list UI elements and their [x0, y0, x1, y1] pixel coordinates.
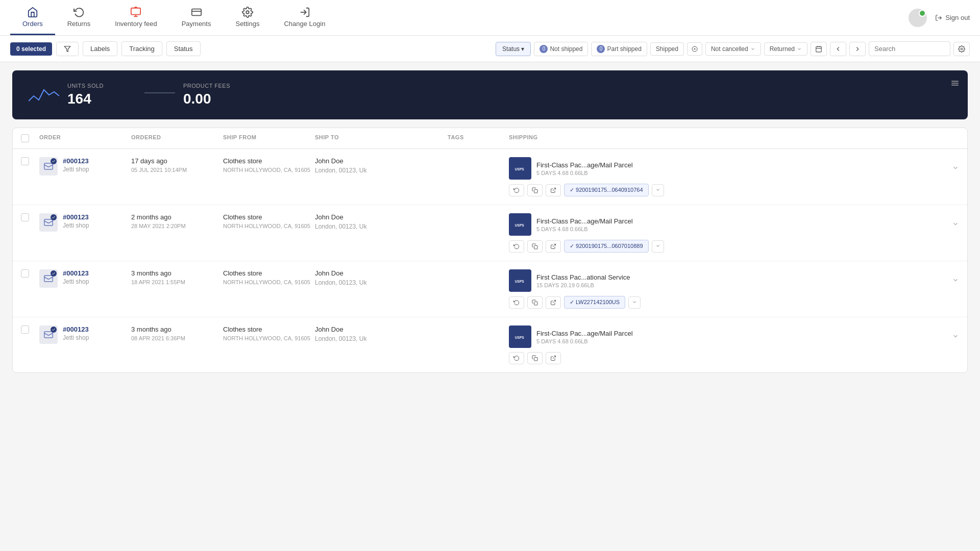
next-page-button[interactable]	[849, 42, 866, 56]
tracking-button[interactable]: Tracking	[121, 41, 162, 56]
order-id-3[interactable]: #000123	[63, 325, 89, 333]
part-shipped-badge: 0	[597, 45, 605, 53]
carrier-logo-1: USPS	[509, 213, 531, 236]
ordered-datetime-2: 18 APR 2021 1:55PM	[131, 279, 223, 285]
product-fees-info: PRODUCT FEES 0.00	[183, 83, 230, 107]
col-ship-from: SHIP FROM	[223, 134, 315, 142]
tracking-actions-1: ✓ 9200190175...0607010889	[509, 240, 959, 253]
order-id-2[interactable]: #000123	[63, 269, 89, 277]
row-checkbox-2[interactable]	[21, 269, 39, 278]
ordered-date-0: 17 days ago	[131, 157, 223, 165]
nav-change-login[interactable]: Change Login	[272, 1, 337, 35]
row-expand-2[interactable]	[952, 277, 959, 285]
carrier-meta-2: 15 DAYS 20.19 0.66LB	[536, 282, 630, 288]
copy-btn-1[interactable]	[527, 240, 543, 253]
col-shipping: SHIPPING	[509, 134, 959, 142]
ship-from-addr-1: NORTH HOLLYWOOD, CA, 91605	[223, 223, 315, 229]
svg-rect-30	[44, 276, 53, 282]
svg-rect-0	[131, 8, 140, 14]
external-link-btn-2[interactable]	[546, 296, 561, 309]
shipping-cell-2: USPS First Class Pac...ational Service 1…	[509, 269, 959, 309]
svg-rect-3	[191, 9, 201, 15]
remove-shipped-filter[interactable]	[687, 42, 702, 56]
svg-point-5	[246, 11, 249, 14]
shipped-filter[interactable]: Shipped	[650, 42, 684, 56]
order-shop-1: Jetti shop	[63, 222, 89, 229]
col-ship-to: SHIP TO	[315, 134, 448, 142]
nav-orders[interactable]: Orders	[10, 1, 55, 35]
row-expand-0[interactable]	[952, 164, 959, 173]
not-cancelled-label: Not cancelled	[711, 45, 748, 53]
stats-menu-icon[interactable]	[950, 79, 960, 89]
tracking-number-0[interactable]: ✓ 9200190175...0640910764	[564, 184, 649, 196]
svg-rect-25	[44, 219, 53, 226]
ship-from-addr-2: NORTH HOLLYWOOD, CA, 91605	[223, 279, 315, 285]
labels-button[interactable]: Labels	[83, 41, 117, 56]
refresh-btn-1[interactable]	[509, 240, 524, 253]
carrier-logo-0: USPS	[509, 157, 531, 180]
tracking-expand-1[interactable]	[652, 240, 664, 253]
ship-to-addr-3: London, 00123, Uk	[315, 335, 448, 342]
units-sold-label: UNITS SOLD	[67, 83, 104, 89]
external-link-btn-0[interactable]	[546, 184, 561, 196]
shipped-label: Shipped	[656, 45, 678, 53]
external-link-btn-1[interactable]	[546, 240, 561, 253]
tracking-actions-2: ✓ LW227142100US	[509, 296, 959, 309]
external-link-btn-3[interactable]	[546, 352, 561, 364]
row-expand-1[interactable]	[952, 220, 959, 229]
search-input[interactable]	[869, 41, 950, 56]
table-header-row: ORDER ORDERED SHIP FROM SHIP TO TAGS SHI…	[13, 128, 967, 149]
carrier-meta-3: 5 DAYS 4.68 0.66LB	[536, 338, 633, 344]
part-shipped-label: Part shipped	[607, 45, 641, 53]
status-filter-dropdown[interactable]: Status ▾	[496, 42, 531, 56]
select-all-checkbox[interactable]	[21, 134, 39, 142]
tracking-number-1[interactable]: ✓ 9200190175...0607010889	[564, 240, 649, 253]
search-settings-button[interactable]	[953, 42, 970, 56]
refresh-btn-2[interactable]	[509, 296, 524, 309]
refresh-btn-3[interactable]	[509, 352, 524, 364]
calendar-button[interactable]	[811, 42, 827, 56]
carrier-logo-2: USPS	[509, 269, 531, 292]
row-checkbox-3[interactable]	[21, 325, 39, 334]
table-row: #000123 Jetti shop 3 months ago 08 APR 2…	[13, 317, 967, 372]
copy-btn-0[interactable]	[527, 184, 543, 196]
order-shop-0: Jetti shop	[63, 166, 89, 173]
row-expand-3[interactable]	[952, 333, 959, 341]
not-shipped-filter[interactable]: 0 Not shipped	[534, 42, 588, 56]
nav-returns[interactable]: Returns	[55, 1, 103, 35]
sign-out-button[interactable]: Sign out	[935, 14, 970, 21]
ship-from-addr-3: NORTH HOLLYWOOD, CA, 91605	[223, 335, 315, 341]
table-row: #000123 Jetti shop 3 months ago 18 APR 2…	[13, 261, 967, 317]
svg-text:USPS: USPS	[515, 167, 525, 171]
svg-line-39	[553, 356, 556, 359]
status-button[interactable]: Status	[166, 41, 201, 56]
prev-page-button[interactable]	[830, 42, 846, 56]
order-id-1[interactable]: #000123	[63, 213, 89, 221]
selected-badge: 0 selected	[10, 42, 52, 56]
not-cancelled-filter[interactable]: Not cancelled	[705, 42, 761, 56]
part-shipped-filter[interactable]: 0 Part shipped	[591, 42, 647, 56]
tracking-expand-0[interactable]	[652, 184, 664, 196]
order-icon-0	[39, 157, 58, 176]
copy-btn-2[interactable]	[527, 296, 543, 309]
filter-icon-button[interactable]	[56, 42, 79, 56]
carrier-meta-0: 5 DAYS 4.68 0.66LB	[536, 170, 633, 176]
svg-line-24	[553, 188, 556, 191]
ship-from-0: Clothes store	[223, 157, 315, 165]
nav-returns-label: Returns	[67, 20, 91, 28]
returned-filter[interactable]: Returned	[764, 42, 807, 56]
copy-btn-3[interactable]	[527, 352, 543, 364]
svg-rect-35	[44, 332, 53, 338]
nav-settings[interactable]: Settings	[223, 1, 272, 35]
nav-inventory[interactable]: Inventory feed	[103, 1, 169, 35]
ordered-datetime-1: 28 MAY 2021 2:20PM	[131, 223, 223, 229]
tracking-number-2[interactable]: ✓ LW227142100US	[564, 296, 625, 309]
units-sold-value: 164	[67, 91, 104, 107]
nav-inventory-label: Inventory feed	[115, 20, 157, 28]
tracking-expand-2[interactable]	[628, 296, 641, 309]
nav-payments[interactable]: Payments	[169, 1, 224, 35]
row-checkbox-0[interactable]	[21, 157, 39, 165]
refresh-btn-0[interactable]	[509, 184, 524, 196]
row-checkbox-1[interactable]	[21, 213, 39, 221]
order-id-0[interactable]: #000123	[63, 157, 89, 165]
